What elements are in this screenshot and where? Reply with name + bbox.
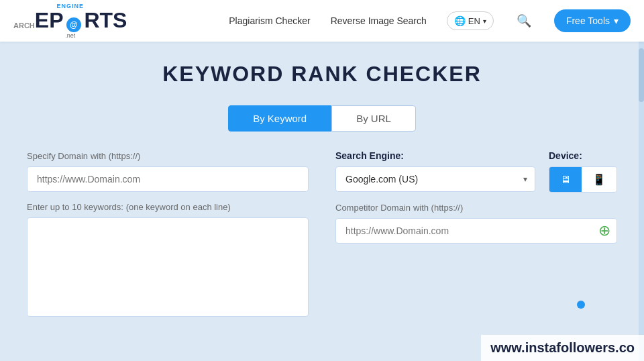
desktop-device-button[interactable]: 🖥: [549, 167, 582, 192]
device-buttons: 🖥 📱: [549, 166, 617, 193]
form-grid: Specify Domain with (https://) Enter up …: [27, 150, 617, 317]
mobile-device-button[interactable]: 📱: [582, 167, 616, 192]
competitor-domain-input[interactable]: [335, 218, 617, 244]
keywords-input[interactable]: [27, 217, 309, 317]
tab-by-keyword[interactable]: By Keyword: [228, 105, 331, 132]
search-engine-label: Search Engine:: [335, 150, 535, 161]
logo-net: .net: [65, 32, 75, 39]
scrollbar[interactable]: [639, 42, 644, 361]
desktop-icon: 🖥: [560, 174, 571, 185]
language-button[interactable]: 🌐 EN ▾: [447, 11, 494, 30]
free-tools-button[interactable]: Free Tools ▾: [554, 9, 631, 32]
tab-by-url[interactable]: By URL: [331, 105, 416, 132]
add-competitor-button[interactable]: ⊕: [598, 223, 610, 238]
search-prefix: ARCH: [13, 21, 35, 32]
competitor-input-row: ⊕: [335, 218, 617, 244]
search-engine-select-wrapper: Google.com (US) ▾: [335, 166, 535, 192]
device-label: Device:: [549, 150, 617, 161]
search-button[interactable]: 🔍: [514, 11, 534, 31]
tabs-container: By Keyword By URL: [27, 105, 617, 132]
logo-icon: ENGINE ARCH EP @ RTS .net: [13, 3, 127, 39]
chevron-down-icon: ▾: [614, 15, 619, 26]
domain-input[interactable]: [27, 166, 309, 192]
logo-reports: EP: [35, 8, 64, 32]
watermark: www.instafollowers.co: [481, 335, 644, 361]
device-col: Device: 🖥 📱: [549, 150, 617, 193]
free-tools-label: Free Tools: [566, 15, 610, 26]
keywords-label: Enter up to 10 keywords: (one keyword on…: [27, 201, 309, 212]
lang-label: EN: [468, 16, 480, 26]
globe-icon: 🌐: [454, 15, 466, 26]
mobile-icon: 📱: [592, 174, 606, 185]
logo-reports2: RTS: [84, 8, 127, 32]
search-engine-col: Search Engine: Google.com (US) ▾: [335, 150, 535, 192]
chevron-down-icon: ▾: [483, 17, 486, 25]
page-title: KEYWORD RANK CHECKER: [27, 62, 617, 87]
form-left: Specify Domain with (https://) Enter up …: [27, 150, 309, 317]
form-right: Search Engine: Google.com (US) ▾ Device:…: [335, 150, 617, 317]
main-nav: Plagiarism Checker Reverse Image Search …: [229, 9, 631, 32]
competitor-domain-label: Competitor Domain with (https://): [335, 202, 617, 213]
header: ENGINE ARCH EP @ RTS .net Plagiarism Che…: [0, 0, 644, 42]
scrollbar-thumb[interactable]: [639, 48, 644, 102]
search-engine-row: Search Engine: Google.com (US) ▾ Device:…: [335, 150, 617, 193]
domain-label: Specify Domain with (https://): [27, 150, 309, 161]
dot-decoration: [577, 301, 585, 309]
plagiarism-checker-link[interactable]: Plagiarism Checker: [229, 15, 310, 26]
search-icon: 🔍: [517, 14, 531, 28]
search-engine-select[interactable]: Google.com (US): [335, 166, 535, 192]
reverse-image-search-link[interactable]: Reverse Image Search: [331, 15, 427, 26]
main-content: KEYWORD RANK CHECKER By Keyword By URL S…: [0, 42, 644, 330]
logo: ENGINE ARCH EP @ RTS .net: [13, 3, 127, 39]
plus-icon: ⊕: [598, 222, 610, 239]
